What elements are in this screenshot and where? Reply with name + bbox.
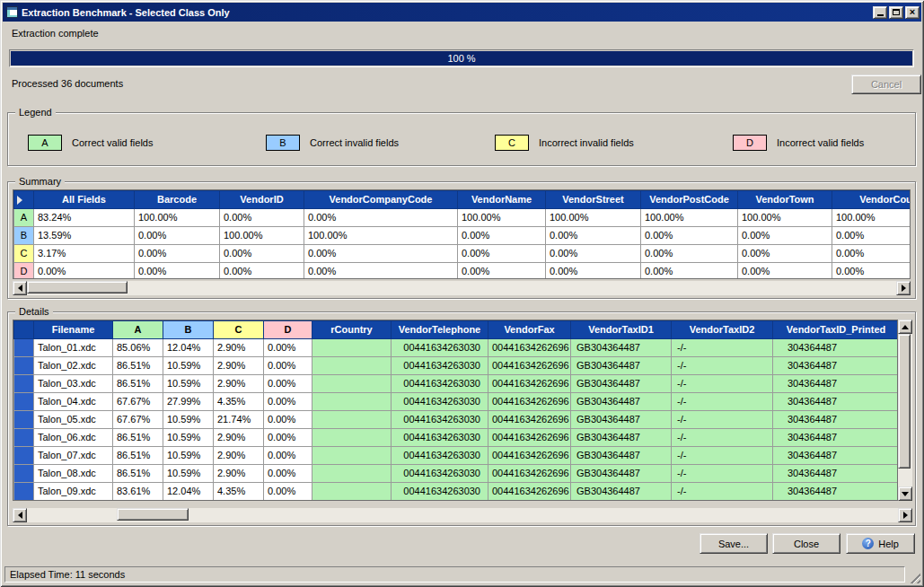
help-button[interactable]: ? Help — [846, 533, 915, 554]
details-cell: 00441634263030 — [392, 375, 488, 393]
summary-horizontal-scrollbar[interactable] — [13, 281, 911, 295]
summary-column-header[interactable]: VendorCou — [832, 191, 911, 209]
scroll-thumb[interactable] — [117, 508, 189, 521]
scroll-right-button[interactable] — [896, 281, 911, 295]
details-corner-cell[interactable] — [14, 321, 34, 339]
summary-cell: 0.00% — [832, 263, 911, 280]
arrow-left-icon — [14, 285, 22, 292]
details-column-header[interactable]: B — [163, 321, 214, 339]
summary-row: D0.00%0.00%0.00%0.00%0.00%0.00%0.00%0.00… — [14, 263, 911, 280]
legend-group: Legend ACorrect valid fieldsBCorrect inv… — [7, 112, 916, 166]
details-column-header[interactable]: C — [214, 321, 264, 339]
details-cell: 0.00% — [264, 375, 312, 393]
arrow-right-icon — [903, 512, 911, 519]
row-selector-cell[interactable] — [14, 393, 34, 411]
details-column-header[interactable]: VendorTaxID1 — [571, 321, 672, 339]
details-cell — [312, 393, 392, 411]
details-vertical-scrollbar[interactable] — [898, 320, 912, 501]
details-cell — [312, 483, 392, 501]
close-button[interactable]: × — [905, 6, 920, 19]
legend-swatch: A — [28, 135, 62, 151]
details-cell: 304364487 — [773, 483, 899, 501]
minimize-button[interactable] — [873, 6, 887, 19]
details-table-wrap: FilenameABCDrCountryVendorTelephoneVendo… — [13, 320, 898, 501]
details-cell: GB304364487 — [571, 465, 672, 483]
row-selector-cell[interactable] — [14, 483, 34, 501]
details-cell: 86.51% — [113, 429, 163, 447]
row-selector-cell[interactable] — [14, 357, 34, 375]
row-selector-cell[interactable] — [14, 447, 34, 465]
scroll-track[interactable] — [27, 281, 896, 295]
corner-marker-icon — [17, 196, 22, 205]
legend-item: ACorrect valid fields — [28, 135, 153, 151]
summary-table-wrap: All FieldsBarcodeVendorIDVendorCompanyCo… — [13, 189, 911, 279]
details-cell: 0.00% — [264, 447, 312, 465]
summary-cell: 0.00% — [738, 245, 832, 263]
details-column-header[interactable]: VendorTaxID2 — [672, 321, 773, 339]
scroll-right-button[interactable] — [898, 508, 912, 522]
summary-column-header[interactable]: VendorPostCode — [641, 191, 738, 209]
details-cell: 00441634263030 — [392, 357, 488, 375]
summary-cell: 0.00% — [641, 245, 738, 263]
processed-count-label: Processed 36 documents — [12, 78, 123, 89]
details-cell — [312, 465, 392, 483]
summary-column-header[interactable]: VendorCompanyCode — [304, 191, 458, 209]
scroll-thumb[interactable] — [898, 334, 911, 469]
scroll-left-button[interactable] — [13, 508, 27, 522]
cancel-button[interactable]: Cancel — [851, 74, 921, 94]
row-selector-cell[interactable] — [14, 429, 34, 447]
row-selector-cell[interactable] — [14, 465, 34, 483]
summary-row-letter: D — [14, 263, 34, 280]
summary-cell: 0.00% — [832, 245, 911, 263]
details-row: Talon_07.xdc86.51%10.59%2.90%0.00%004416… — [14, 447, 899, 465]
row-selector-cell[interactable] — [14, 411, 34, 429]
details-group: Details FilenameABCDrCountryVendorTeleph… — [7, 311, 916, 526]
details-column-header[interactable]: rCountry — [312, 321, 392, 339]
summary-column-header[interactable]: VendorStreet — [546, 191, 641, 209]
summary-cell: 100.00% — [546, 209, 641, 227]
details-column-header[interactable]: VendorFax — [488, 321, 571, 339]
details-column-header[interactable]: Filename — [34, 321, 113, 339]
details-cell — [312, 411, 392, 429]
arrow-right-icon — [902, 285, 910, 292]
scroll-track[interactable] — [898, 334, 912, 486]
resize-grip-icon[interactable] — [908, 571, 920, 583]
summary-corner-cell[interactable] — [14, 191, 34, 209]
details-cell: 0.00% — [264, 393, 312, 411]
save-button[interactable]: Save... — [700, 533, 768, 554]
details-horizontal-scrollbar[interactable] — [13, 508, 912, 522]
scroll-thumb[interactable] — [27, 281, 128, 294]
maximize-button[interactable] — [889, 6, 903, 19]
summary-cell: 0.00% — [304, 245, 458, 263]
details-cell: -/- — [672, 429, 773, 447]
summary-cell: 13.59% — [34, 227, 135, 245]
row-selector-cell[interactable] — [14, 375, 34, 393]
details-cell: -/- — [672, 411, 773, 429]
details-column-header[interactable]: VendorTelephone — [392, 321, 488, 339]
details-cell: -/- — [672, 393, 773, 411]
scroll-track[interactable] — [27, 508, 898, 522]
details-cell: 304364487 — [773, 465, 899, 483]
details-column-header[interactable]: A — [113, 321, 163, 339]
title-bar[interactable]: Extraction Benchmark - Selected Class On… — [3, 3, 921, 22]
close-dialog-button[interactable]: Close — [772, 533, 840, 554]
summary-cell: 0.00% — [546, 245, 641, 263]
row-selector-cell[interactable] — [14, 339, 34, 357]
details-row: Talon_04.xdc67.67%27.99%4.35%0.00%004416… — [14, 393, 899, 411]
summary-column-header[interactable]: VendorID — [220, 191, 304, 209]
scroll-left-button[interactable] — [13, 281, 27, 295]
summary-column-header[interactable]: Barcode — [135, 191, 220, 209]
summary-row: B13.59%0.00%100.00%100.00%0.00%0.00%0.00… — [14, 227, 911, 245]
scroll-down-button[interactable] — [898, 486, 912, 501]
summary-column-header[interactable]: All Fields — [34, 191, 135, 209]
details-cell: Talon_01.xdc — [34, 339, 113, 357]
details-column-header[interactable]: D — [264, 321, 312, 339]
scroll-up-button[interactable] — [898, 320, 912, 334]
details-cell: 00441634262696 — [488, 393, 571, 411]
summary-column-header[interactable]: VendorTown — [738, 191, 832, 209]
details-column-header[interactable]: VendorTaxID_Printed — [773, 321, 899, 339]
details-cell: 0.00% — [264, 483, 312, 501]
details-cell: Talon_07.xdc — [34, 447, 113, 465]
details-cell: 00441634263030 — [392, 465, 488, 483]
summary-column-header[interactable]: VendorName — [458, 191, 546, 209]
